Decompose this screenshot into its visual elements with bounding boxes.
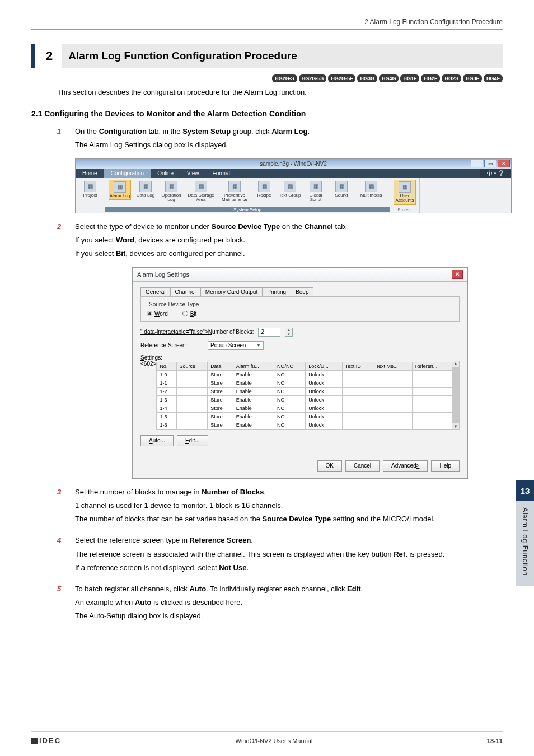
text: is pressed. bbox=[407, 550, 444, 558]
dialog-tab[interactable]: Memory Card Output bbox=[200, 287, 263, 296]
page-footer: IDEC WindO/I-NV2 User's Manual 13-11 bbox=[31, 731, 503, 745]
reference-screen-combo[interactable]: Popup Screen ▼ bbox=[208, 341, 264, 350]
window-maximize-button[interactable]: ▭ bbox=[484, 160, 496, 167]
text-bold: Reference Screen bbox=[190, 536, 251, 544]
table-row[interactable]: 1-5StoreEnableNOUnlock bbox=[157, 412, 452, 421]
ribbon-item-label: Multimedia bbox=[360, 193, 382, 198]
model-badge: HG4F bbox=[484, 74, 503, 82]
help-button[interactable]: Help bbox=[431, 460, 460, 472]
ribbon-icon: ▦ bbox=[139, 181, 152, 192]
table-cell: NO bbox=[274, 387, 305, 395]
table-header-cell[interactable]: Text ID bbox=[342, 362, 373, 370]
table-header-cell[interactable]: Referen... bbox=[412, 362, 452, 370]
ribbon-icon: ▦ bbox=[165, 181, 177, 192]
table-header-cell[interactable]: Data bbox=[208, 362, 233, 370]
table-scrollbar[interactable]: ▲▼ bbox=[452, 361, 460, 430]
text: 1 channel is used for 1 device to monito… bbox=[75, 500, 503, 511]
table-row[interactable]: 1-1StoreEnableNOUnlock bbox=[157, 379, 452, 387]
radio-icon bbox=[182, 311, 188, 316]
window-close-button[interactable]: ✕ bbox=[498, 160, 510, 167]
table-cell bbox=[176, 421, 208, 429]
table-cell: NO bbox=[274, 379, 305, 387]
text-bold: Configuration bbox=[99, 127, 147, 136]
table-header-cell[interactable]: Source bbox=[176, 362, 208, 370]
table-cell bbox=[176, 395, 208, 404]
chevron-down-icon: ▼ bbox=[256, 343, 261, 348]
ribbon-item[interactable]: ▦Data Log bbox=[134, 180, 157, 199]
ribbon-item[interactable]: ▦Data Storage Area bbox=[186, 180, 216, 204]
ribbon-item[interactable]: ▦Global Script bbox=[305, 180, 327, 204]
step-number: 3 bbox=[57, 487, 65, 527]
text: Select the type of device to monitor und… bbox=[75, 222, 212, 231]
table-row[interactable]: 1-2StoreEnableNOUnlock bbox=[157, 387, 452, 395]
table-header-cell[interactable]: NO/NC bbox=[274, 362, 305, 370]
window-minimize-button[interactable]: — bbox=[471, 160, 483, 167]
ribbon-tab[interactable]: Format bbox=[206, 169, 237, 178]
text-bold: System Setup bbox=[182, 127, 231, 136]
number-of-blocks-input[interactable]: 2 bbox=[258, 328, 280, 337]
ribbon-item[interactable]: ▦Recipe bbox=[253, 180, 275, 199]
table-row[interactable]: 1-4StoreEnableNOUnlock bbox=[157, 404, 452, 412]
table-cell: Store bbox=[208, 387, 233, 395]
ribbon-screenshot: sample.n3g - WindO/I-NV2 — ▭ ✕ HomeConfi… bbox=[75, 158, 512, 213]
ribbon-tab[interactable]: Configuration bbox=[104, 169, 151, 178]
text: The Alarm Log Settings dialog box is dis… bbox=[75, 139, 503, 151]
dialog-tab[interactable]: Beep bbox=[291, 287, 313, 296]
table-cell bbox=[342, 395, 373, 404]
ribbon-group-label: Protect bbox=[390, 207, 419, 212]
table-cell bbox=[176, 412, 208, 421]
radio-word[interactable]: Word bbox=[147, 311, 168, 317]
ribbon-item-label: Global Script bbox=[305, 193, 327, 203]
radio-bit[interactable]: Bit bbox=[182, 311, 197, 317]
text-bold: Auto bbox=[189, 585, 206, 593]
ribbon-tab[interactable]: View bbox=[180, 169, 206, 178]
ribbon-item[interactable]: ▦Alarm Log bbox=[109, 180, 131, 200]
dialog-close-button[interactable]: ✕ bbox=[452, 270, 463, 279]
table-cell bbox=[176, 404, 208, 412]
ribbon-item[interactable]: ▦Preventive Maintenance bbox=[219, 180, 250, 204]
step-number: 4 bbox=[57, 535, 65, 575]
table-cell: Unlock bbox=[306, 379, 342, 387]
ribbon-icon: ▦ bbox=[195, 181, 207, 192]
table-header-cell[interactable]: Lock/U... bbox=[306, 362, 342, 370]
ribbon-item[interactable]: ▦Operation Log bbox=[160, 180, 182, 204]
advanced-button[interactable]: Advanced > bbox=[383, 460, 428, 472]
ribbon-tab[interactable]: Home bbox=[76, 169, 104, 178]
settings-table[interactable]: No.SourceDataAlarm fu...NO/NCLock/U...Te… bbox=[156, 362, 452, 430]
ribbon-item[interactable]: ▦User Accounts bbox=[394, 180, 416, 205]
ok-button[interactable]: OK bbox=[317, 460, 342, 472]
ribbon-tab-row: HomeConfigurationOnlineViewFormat🛈 • ❔ bbox=[76, 169, 511, 178]
cancel-button[interactable]: Cancel bbox=[345, 460, 380, 472]
table-header-cell[interactable]: Text Me... bbox=[373, 362, 412, 370]
ribbon-help[interactable]: 🛈 • ❔ bbox=[480, 169, 511, 178]
dialog-tab[interactable]: Printing bbox=[262, 287, 291, 296]
logo-square-icon bbox=[31, 738, 38, 744]
dialog-tab[interactable]: General bbox=[140, 287, 171, 296]
text: The Auto-Setup dialog box is displayed. bbox=[75, 610, 503, 622]
ribbon-item[interactable]: ▦Sound bbox=[330, 180, 353, 199]
ribbon-item[interactable]: ▦Multimedia bbox=[356, 180, 386, 199]
ribbon-group: System Setup▦Alarm Log▦Data Log▦Operatio… bbox=[105, 178, 390, 213]
table-row[interactable]: 1-3StoreEnableNOUnlock bbox=[157, 395, 452, 404]
model-badge: HG2G-5F bbox=[328, 74, 355, 82]
table-cell: 1-1 bbox=[157, 379, 176, 387]
ribbon-item[interactable]: ▦Project bbox=[79, 180, 101, 199]
auto-button[interactable]: Auto... bbox=[140, 435, 174, 446]
table-row[interactable]: 1-6StoreEnableNOUnlock bbox=[157, 421, 452, 429]
combo-value: Popup Screen bbox=[210, 342, 246, 348]
spinner-icon[interactable]: ▲▼ bbox=[285, 328, 293, 337]
table-header-cell[interactable]: Alarm fu... bbox=[233, 362, 274, 370]
table-cell bbox=[412, 387, 452, 395]
radio-label: W bbox=[154, 311, 160, 317]
dialog-tab[interactable]: Channel bbox=[170, 287, 201, 296]
step-4: 4 Select the reference screen type in Re… bbox=[57, 535, 503, 575]
text-bold: Not Use bbox=[219, 563, 246, 572]
table-row[interactable]: 1-0StoreEnableNOUnlock bbox=[157, 370, 452, 379]
edit-button[interactable]: Edit... bbox=[177, 435, 208, 446]
table-cell: Enable bbox=[233, 404, 274, 412]
table-cell bbox=[373, 395, 412, 404]
ribbon-tab[interactable]: Online bbox=[151, 169, 180, 178]
radio-icon bbox=[147, 311, 152, 316]
ribbon-item[interactable]: ▦Text Group bbox=[279, 180, 301, 199]
table-header-cell[interactable]: No. bbox=[157, 362, 176, 370]
